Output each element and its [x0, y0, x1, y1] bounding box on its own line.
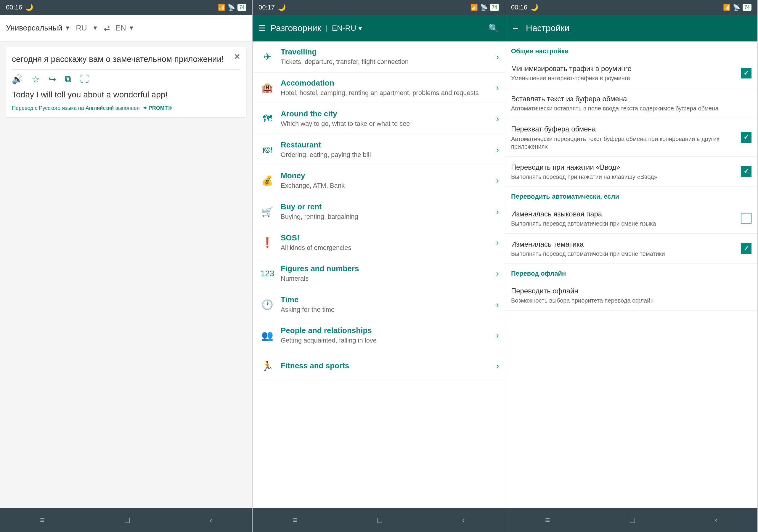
settings-item-0-2[interactable]: Перехват буфера обменаАвтоматически пере… — [505, 118, 757, 156]
nav-home-2[interactable]: □ — [368, 513, 391, 528]
nav-bar-1: ≡ □ ‹ — [0, 508, 252, 532]
lang-from: RU — [76, 23, 87, 33]
phrase-item-3[interactable]: 🍽RestaurantOrdering, eating, paying the … — [253, 134, 505, 165]
signal-icon-3: 📶 — [723, 4, 731, 11]
nav-back-3[interactable]: ‹ — [706, 513, 726, 528]
phrase-icon-0: ✈ — [258, 48, 276, 66]
phrase-item-10[interactable]: 🏃Fitness and sports› — [253, 351, 505, 381]
swap-languages-icon[interactable]: ⇄ — [104, 23, 110, 33]
phrase-item-8[interactable]: 🕐TimeAsking for the time› — [253, 289, 505, 320]
phrase-chevron-2: › — [496, 114, 499, 123]
signal-icon-2: 📶 — [470, 4, 478, 11]
phrase-item-0[interactable]: ✈TravellingTickets, departure, transfer,… — [253, 42, 505, 73]
phrase-title-10: Fitness and sports — [281, 361, 492, 370]
settings-section-title-1: Переводить автоматически, если — [505, 187, 757, 203]
settings-item-text-2-0: Переводить офлайнВозможность выбора прио… — [511, 286, 751, 304]
settings-item-subtitle-0-2: Автоматически переводить текст буфера об… — [511, 135, 737, 150]
phrase-icon-8: 🕐 — [258, 296, 276, 314]
share-icon[interactable]: ↪ — [49, 74, 56, 84]
settings-item-2-0[interactable]: Переводить офлайнВозможность выбора прио… — [505, 281, 757, 311]
settings-item-label-1-1: Изменилась тематика — [511, 240, 737, 249]
settings-header: ← Настройки — [505, 15, 757, 42]
phrasebook-lang[interactable]: EN-RU ▾ — [332, 24, 362, 33]
favorite-icon[interactable]: ☆ — [32, 74, 40, 84]
lang-source-dropdown[interactable]: ▼ — [65, 24, 70, 31]
settings-item-0-3[interactable]: Переводить при нажатии «Ввод»Выполнять п… — [505, 157, 757, 187]
nav-bar-2: ≡ □ ‹ — [253, 508, 505, 532]
moon-icon-2: 🌙 — [278, 4, 286, 11]
lang-selector[interactable]: Универсальный ▼ RU ▼ ⇄ EN ▼ — [6, 23, 134, 33]
nav-back-2[interactable]: ‹ — [453, 513, 474, 528]
source-text: сегодня я расскажу вам о замечательном п… — [12, 53, 240, 65]
speak-icon[interactable]: 🔊 — [12, 74, 23, 84]
translated-text: Today I will tell you about a wonderful … — [12, 89, 240, 100]
wifi-icon: 📡 — [228, 4, 235, 11]
phrase-item-6[interactable]: ❗SOS!All kinds of emergencies› — [253, 227, 505, 258]
settings-item-text-0-3: Переводить при нажатии «Ввод»Выполнять п… — [511, 162, 737, 181]
battery-3: 74 — [742, 4, 751, 11]
nav-menu-2[interactable]: ≡ — [284, 513, 306, 528]
phrase-title-5: Buy or rent — [281, 202, 492, 211]
promt-credit-text: Перевод с Русского языка на Английский в… — [12, 105, 140, 111]
phrase-subtitle-6: All kinds of emergencies — [281, 244, 492, 252]
settings-item-label-1-0: Изменилась языковая пара — [511, 209, 737, 218]
close-button[interactable]: ✕ — [234, 52, 240, 62]
lang-from-dropdown[interactable]: ▼ — [92, 24, 98, 31]
settings-item-label-0-3: Переводить при нажатии «Ввод» — [511, 162, 737, 172]
time-1: 00:16 — [6, 4, 22, 11]
phrase-item-5[interactable]: 🛒Buy or rentBuying, renting, bargaining› — [253, 196, 505, 227]
action-icons-row: 🔊 ☆ ↪ ⧉ ⛶ — [12, 74, 240, 84]
checkbox-1-0[interactable] — [741, 213, 751, 223]
promt-credit: Перевод с Русского языка на Английский в… — [12, 105, 240, 111]
phrase-icon-1: 🏨 — [258, 79, 276, 96]
phrase-chevron-0: › — [496, 52, 499, 62]
card-divider — [12, 69, 240, 70]
phrase-text-8: TimeAsking for the time — [276, 295, 496, 314]
search-icon[interactable]: 🔍 — [489, 23, 499, 33]
phrase-subtitle-4: Exchange, ATM, Bank — [281, 182, 492, 190]
translator-header: Универсальный ▼ RU ▼ ⇄ EN ▼ — [0, 15, 252, 42]
hamburger-menu-icon[interactable]: ☰ — [258, 23, 266, 33]
nav-menu-1[interactable]: ≡ — [31, 513, 53, 528]
back-button[interactable]: ← — [511, 23, 520, 33]
phrase-item-9[interactable]: 👥People and relationshipsGetting acquain… — [253, 320, 505, 351]
settings-item-1-1[interactable]: Изменилась тематикаВыполнять перевод авт… — [505, 234, 757, 264]
phrase-chevron-4: › — [496, 176, 499, 185]
phrase-title-1: Accomodation — [281, 79, 492, 88]
phrase-chevron-6: › — [496, 238, 499, 247]
phrase-item-4[interactable]: 💰MoneyExchange, ATM, Bank› — [253, 165, 505, 196]
phrase-chevron-9: › — [496, 331, 499, 340]
phrase-title-9: People and relationships — [281, 326, 492, 335]
phrase-text-0: TravellingTickets, departure, transfer, … — [276, 48, 496, 66]
moon-icon-3: 🌙 — [530, 4, 538, 11]
phrase-text-3: RestaurantOrdering, eating, paying the b… — [276, 140, 496, 159]
phrase-icon-10: 🏃 — [258, 357, 276, 375]
checkbox-0-0[interactable] — [741, 68, 751, 79]
lang-to-dropdown[interactable]: ▼ — [128, 24, 134, 31]
checkbox-1-1[interactable] — [741, 243, 751, 254]
fullscreen-icon[interactable]: ⛶ — [80, 74, 89, 84]
phrase-subtitle-3: Ordering, eating, paying the bill — [281, 151, 492, 159]
phrase-item-2[interactable]: 🗺Around the cityWhich way to go, what to… — [253, 103, 505, 134]
time-3: 00:16 — [511, 4, 527, 11]
checkbox-0-3[interactable] — [741, 166, 751, 177]
phrase-item-7[interactable]: 123Figures and numbersNumerals› — [253, 258, 505, 289]
translator-content: ✕ сегодня я расскажу вам о замечательном… — [0, 42, 252, 508]
settings-item-1-0[interactable]: Изменилась языковая параВыполнять перево… — [505, 203, 757, 234]
settings-item-0-1[interactable]: Вставлять текст из буфера обменаАвтомати… — [505, 88, 757, 118]
phrase-chevron-5: › — [496, 207, 499, 216]
phrase-chevron-1: › — [496, 83, 499, 92]
phrase-item-1[interactable]: 🏨AccomodationHotel, hostel, camping, ren… — [253, 73, 505, 104]
status-bar-1: 00:16 🌙 📶 📡 74 — [0, 0, 252, 15]
checkbox-0-2[interactable] — [741, 132, 751, 143]
settings-section-title-0: Общие настройки — [505, 42, 757, 58]
nav-menu-3[interactable]: ≡ — [536, 513, 559, 528]
nav-home-1[interactable]: □ — [116, 513, 139, 528]
settings-item-label-0-1: Вставлять текст из буфера обмена — [511, 94, 751, 103]
nav-back-1[interactable]: ‹ — [201, 513, 221, 528]
settings-item-0-0[interactable]: Минимизировать трафик в роумингеУменьшен… — [505, 58, 757, 88]
phrase-subtitle-5: Buying, renting, bargaining — [281, 213, 492, 221]
nav-home-3[interactable]: □ — [621, 513, 644, 528]
nav-bar-3: ≡ □ ‹ — [505, 508, 757, 532]
copy-icon[interactable]: ⧉ — [65, 74, 71, 84]
